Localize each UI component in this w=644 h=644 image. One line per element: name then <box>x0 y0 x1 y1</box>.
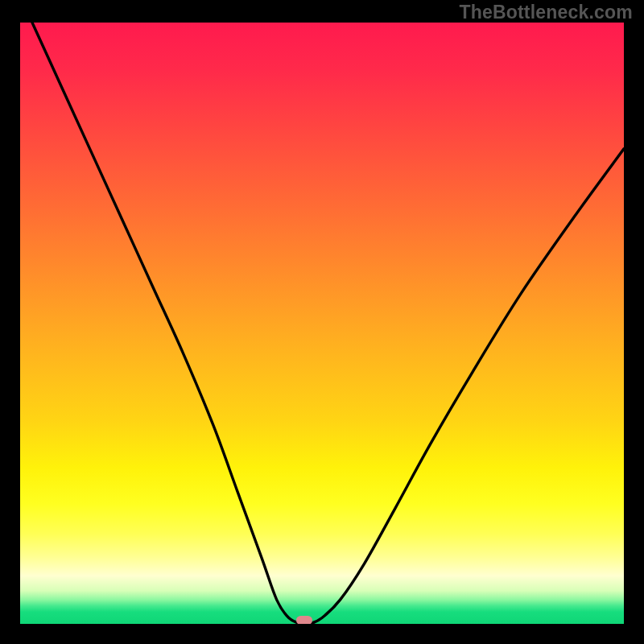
bottleneck-curve <box>20 23 624 624</box>
chart-frame: TheBottleneck.com <box>0 0 644 644</box>
watermark-text: TheBottleneck.com <box>459 2 633 23</box>
minimum-marker <box>296 616 312 624</box>
plot-area <box>20 23 624 624</box>
